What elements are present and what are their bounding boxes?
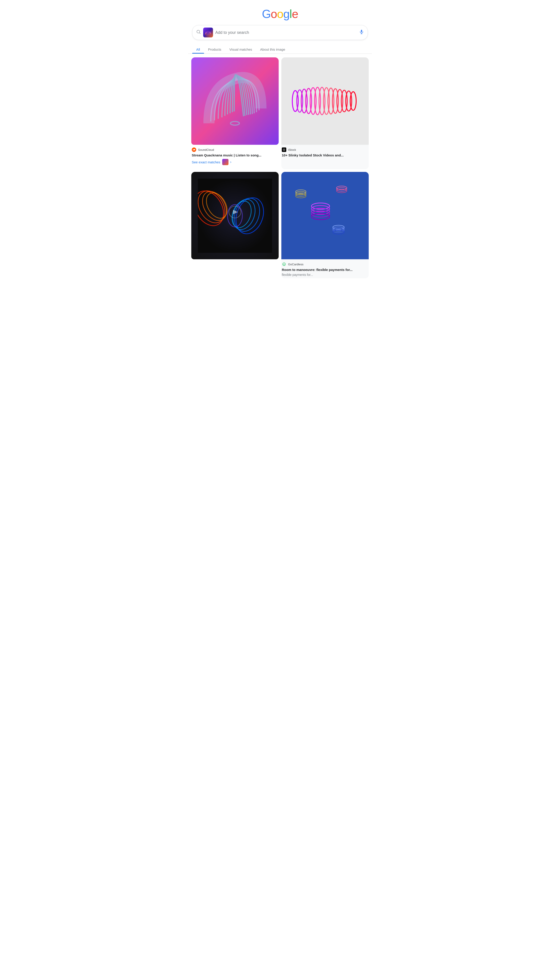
istock-card-content: iStock 10+ Slinky Isolated Stock Videos … xyxy=(281,145,369,159)
soundcloud-favicon xyxy=(192,147,196,152)
tab-products[interactable]: Products xyxy=(204,44,225,53)
result-istock[interactable]: iStock 10+ Slinky Isolated Stock Videos … xyxy=(281,57,369,169)
search-image-thumbnail xyxy=(203,28,213,37)
svg-line-1 xyxy=(199,33,200,33)
svg-point-10 xyxy=(231,122,239,125)
soundcloud-source-row: SoundCloud xyxy=(192,146,278,153)
result-image-gocardless xyxy=(281,172,369,259)
gocardless-card-content: G GoCardless Room to manoeuvre: flexible… xyxy=(281,259,369,278)
search-icon xyxy=(196,29,201,36)
tab-visual-matches[interactable]: Visual matches xyxy=(225,44,256,53)
soundcloud-title: Stream Quacknana music | Listen to song.… xyxy=(192,153,278,158)
gocardless-source-row: G GoCardless xyxy=(282,260,368,267)
google-logo: Google xyxy=(262,7,298,21)
results-row-2: G GoCardless Room to manoeuvre: flexible… xyxy=(191,172,369,278)
gocardless-subtitle: flexible payments for... xyxy=(282,273,368,276)
results-row-1: SoundCloud Stream Quacknana music | List… xyxy=(191,57,369,169)
see-exact-chevron-icon: › xyxy=(230,160,231,164)
search-input[interactable]: Add to your search xyxy=(215,30,357,35)
microphone-icon[interactable] xyxy=(359,29,364,36)
istock-favicon xyxy=(282,147,286,152)
see-exact-matches[interactable]: See exact matches › xyxy=(192,158,278,167)
logo-letter-o2: o xyxy=(277,7,283,20)
results-container: SoundCloud Stream Quacknana music | List… xyxy=(188,54,372,285)
logo-letter-l: l xyxy=(289,7,292,20)
soundcloud-source-name: SoundCloud xyxy=(198,148,214,152)
see-exact-thumbnail xyxy=(222,159,228,165)
logo-letter-g: G xyxy=(262,7,271,20)
svg-rect-7 xyxy=(361,30,362,32)
result-dark-slinky[interactable] xyxy=(191,172,279,278)
header: Google xyxy=(188,0,372,25)
result-soundcloud[interactable]: SoundCloud Stream Quacknana music | List… xyxy=(191,57,279,169)
istock-source-name: iStock xyxy=(288,148,296,152)
result-image-istock xyxy=(281,57,369,145)
gocardless-source-name: GoCardless xyxy=(288,263,304,266)
result-image-dark xyxy=(191,172,279,259)
svg-text:G: G xyxy=(283,263,285,266)
tab-about-image[interactable]: About this image xyxy=(256,44,289,53)
logo-letter-e: e xyxy=(292,7,298,20)
istock-source-row: iStock xyxy=(282,146,368,153)
soundcloud-card-content: SoundCloud Stream Quacknana music | List… xyxy=(191,145,279,169)
see-exact-label: See exact matches xyxy=(192,160,220,164)
gocardless-title: Room to manoeuvre: flexible payments for… xyxy=(282,267,368,272)
result-gocardless[interactable]: G GoCardless Room to manoeuvre: flexible… xyxy=(281,172,369,278)
istock-title: 10+ Slinky Isolated Stock Videos and... xyxy=(282,153,368,158)
tabs-bar: All Products Visual matches About this i… xyxy=(188,44,372,54)
result-image-soundcloud xyxy=(191,57,279,145)
svg-point-24 xyxy=(350,92,356,110)
logo-letter-g2: g xyxy=(283,7,289,20)
logo-letter-o1: o xyxy=(271,7,277,20)
gocardless-favicon: G xyxy=(282,262,286,266)
search-bar-container: Add to your search xyxy=(188,25,372,44)
search-bar[interactable]: Add to your search xyxy=(192,25,368,40)
tab-all[interactable]: All xyxy=(192,44,204,53)
